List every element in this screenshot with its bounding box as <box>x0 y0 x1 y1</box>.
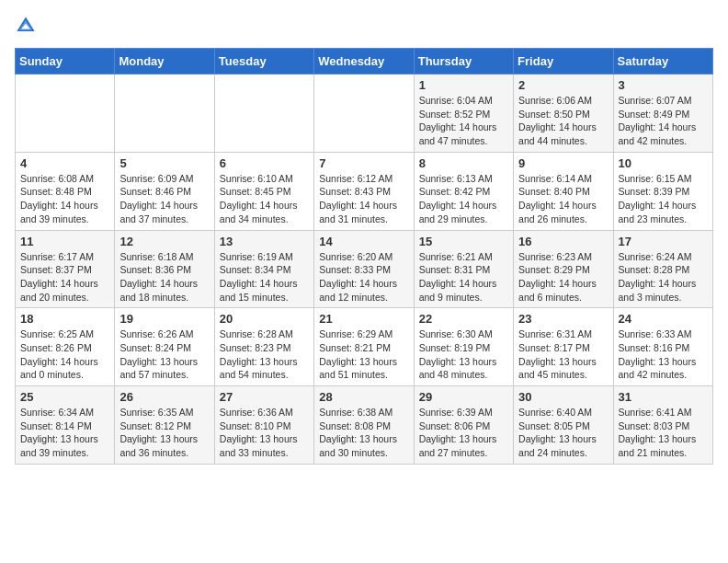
day-number: 20 <box>220 312 309 326</box>
day-info: Sunrise: 6:26 AMSunset: 8:24 PMDaylight:… <box>119 327 209 382</box>
calendar-cell: 25Sunrise: 6:34 AMSunset: 8:14 PMDayligh… <box>16 386 115 465</box>
calendar-cell: 11Sunrise: 6:17 AMSunset: 8:37 PMDayligh… <box>16 230 115 308</box>
day-info: Sunrise: 6:41 AMSunset: 8:03 PMDaylight:… <box>619 406 708 460</box>
day-header-tuesday: Tuesday <box>214 49 313 75</box>
day-number: 12 <box>119 235 209 248</box>
day-info: Sunrise: 6:35 AMSunset: 8:12 PMDaylight:… <box>119 406 209 460</box>
calendar-cell: 5Sunrise: 6:09 AMSunset: 8:46 PMDaylight… <box>115 152 214 230</box>
calendar-cell <box>314 75 414 153</box>
day-info: Sunrise: 6:13 AMSunset: 8:42 PMDaylight:… <box>419 172 508 226</box>
day-number: 13 <box>220 235 309 248</box>
calendar-cell: 19Sunrise: 6:26 AMSunset: 8:24 PMDayligh… <box>115 308 214 386</box>
day-info: Sunrise: 6:30 AMSunset: 8:19 PMDaylight:… <box>419 327 508 382</box>
day-number: 11 <box>20 235 109 248</box>
day-info: Sunrise: 6:07 AMSunset: 8:49 PMDaylight:… <box>619 94 708 148</box>
calendar-cell: 22Sunrise: 6:30 AMSunset: 8:19 PMDayligh… <box>414 308 513 386</box>
calendar-week-5: 25Sunrise: 6:34 AMSunset: 8:14 PMDayligh… <box>16 386 713 465</box>
calendar-cell: 24Sunrise: 6:33 AMSunset: 8:16 PMDayligh… <box>613 308 712 386</box>
day-info: Sunrise: 6:04 AMSunset: 8:52 PMDaylight:… <box>419 94 508 148</box>
calendar-table: SundayMondayTuesdayWednesdayThursdayFrid… <box>15 48 713 465</box>
calendar-cell: 29Sunrise: 6:39 AMSunset: 8:06 PMDayligh… <box>414 386 513 465</box>
day-number: 14 <box>319 235 408 248</box>
day-info: Sunrise: 6:19 AMSunset: 8:34 PMDaylight:… <box>220 250 309 304</box>
day-info: Sunrise: 6:40 AMSunset: 8:05 PMDaylight:… <box>518 406 608 460</box>
calendar-cell: 21Sunrise: 6:29 AMSunset: 8:21 PMDayligh… <box>314 308 414 386</box>
day-number: 9 <box>518 156 608 170</box>
day-info: Sunrise: 6:10 AMSunset: 8:45 PMDaylight:… <box>220 172 309 226</box>
calendar-cell <box>16 75 115 153</box>
day-number: 16 <box>518 235 608 248</box>
day-info: Sunrise: 6:33 AMSunset: 8:16 PMDaylight:… <box>619 327 708 382</box>
day-number: 8 <box>419 156 508 170</box>
day-number: 7 <box>319 156 408 170</box>
calendar-cell: 28Sunrise: 6:38 AMSunset: 8:08 PMDayligh… <box>314 386 414 465</box>
day-header-friday: Friday <box>514 49 613 75</box>
calendar-week-2: 4Sunrise: 6:08 AMSunset: 8:48 PMDaylight… <box>16 152 713 230</box>
day-number: 19 <box>119 312 209 326</box>
day-number: 27 <box>220 390 309 404</box>
calendar-cell: 16Sunrise: 6:23 AMSunset: 8:29 PMDayligh… <box>514 230 613 308</box>
day-info: Sunrise: 6:09 AMSunset: 8:46 PMDaylight:… <box>119 172 209 226</box>
calendar-cell: 10Sunrise: 6:15 AMSunset: 8:39 PMDayligh… <box>613 152 712 230</box>
calendar-week-4: 18Sunrise: 6:25 AMSunset: 8:26 PMDayligh… <box>16 308 713 386</box>
day-info: Sunrise: 6:17 AMSunset: 8:37 PMDaylight:… <box>20 250 109 304</box>
day-number: 15 <box>419 235 508 248</box>
calendar-cell: 1Sunrise: 6:04 AMSunset: 8:52 PMDaylight… <box>414 75 513 153</box>
day-info: Sunrise: 6:36 AMSunset: 8:10 PMDaylight:… <box>220 406 309 460</box>
day-info: Sunrise: 6:23 AMSunset: 8:29 PMDaylight:… <box>518 250 608 304</box>
day-info: Sunrise: 6:08 AMSunset: 8:48 PMDaylight:… <box>20 172 109 226</box>
day-info: Sunrise: 6:12 AMSunset: 8:43 PMDaylight:… <box>319 172 408 226</box>
day-number: 31 <box>619 390 708 404</box>
calendar-cell: 30Sunrise: 6:40 AMSunset: 8:05 PMDayligh… <box>514 386 613 465</box>
calendar-cell: 15Sunrise: 6:21 AMSunset: 8:31 PMDayligh… <box>414 230 513 308</box>
day-info: Sunrise: 6:18 AMSunset: 8:36 PMDaylight:… <box>119 250 209 304</box>
calendar-week-1: 1Sunrise: 6:04 AMSunset: 8:52 PMDaylight… <box>16 75 713 153</box>
day-info: Sunrise: 6:14 AMSunset: 8:40 PMDaylight:… <box>518 172 608 226</box>
day-info: Sunrise: 6:24 AMSunset: 8:28 PMDaylight:… <box>619 250 708 304</box>
calendar-cell: 9Sunrise: 6:14 AMSunset: 8:40 PMDaylight… <box>514 152 613 230</box>
day-header-monday: Monday <box>115 49 214 75</box>
day-number: 2 <box>518 78 608 92</box>
calendar-cell <box>115 75 214 153</box>
calendar-cell: 27Sunrise: 6:36 AMSunset: 8:10 PMDayligh… <box>214 386 313 465</box>
day-info: Sunrise: 6:21 AMSunset: 8:31 PMDaylight:… <box>419 250 508 304</box>
calendar-cell: 6Sunrise: 6:10 AMSunset: 8:45 PMDaylight… <box>214 152 313 230</box>
day-number: 3 <box>619 78 708 92</box>
day-number: 26 <box>119 390 209 404</box>
calendar-cell: 8Sunrise: 6:13 AMSunset: 8:42 PMDaylight… <box>414 152 513 230</box>
calendar-cell <box>214 75 313 153</box>
calendar-cell: 18Sunrise: 6:25 AMSunset: 8:26 PMDayligh… <box>16 308 115 386</box>
logo <box>15 15 40 37</box>
day-info: Sunrise: 6:15 AMSunset: 8:39 PMDaylight:… <box>619 172 708 226</box>
day-header-thursday: Thursday <box>414 49 513 75</box>
day-header-sunday: Sunday <box>16 49 115 75</box>
days-of-week-row: SundayMondayTuesdayWednesdayThursdayFrid… <box>16 49 713 75</box>
day-number: 25 <box>20 390 109 404</box>
day-info: Sunrise: 6:31 AMSunset: 8:17 PMDaylight:… <box>518 327 608 382</box>
calendar-cell: 31Sunrise: 6:41 AMSunset: 8:03 PMDayligh… <box>613 386 712 465</box>
calendar-header: SundayMondayTuesdayWednesdayThursdayFrid… <box>16 49 713 75</box>
day-number: 5 <box>119 156 209 170</box>
day-number: 10 <box>619 156 708 170</box>
day-number: 29 <box>419 390 508 404</box>
day-info: Sunrise: 6:39 AMSunset: 8:06 PMDaylight:… <box>419 406 508 460</box>
day-header-saturday: Saturday <box>613 49 712 75</box>
calendar-cell: 14Sunrise: 6:20 AMSunset: 8:33 PMDayligh… <box>314 230 414 308</box>
day-number: 4 <box>20 156 109 170</box>
calendar-cell: 20Sunrise: 6:28 AMSunset: 8:23 PMDayligh… <box>214 308 313 386</box>
day-info: Sunrise: 6:38 AMSunset: 8:08 PMDaylight:… <box>319 406 408 460</box>
calendar-week-3: 11Sunrise: 6:17 AMSunset: 8:37 PMDayligh… <box>16 230 713 308</box>
header <box>15 15 713 37</box>
logo-icon <box>15 15 37 37</box>
calendar-cell: 12Sunrise: 6:18 AMSunset: 8:36 PMDayligh… <box>115 230 214 308</box>
calendar-cell: 4Sunrise: 6:08 AMSunset: 8:48 PMDaylight… <box>16 152 115 230</box>
calendar-cell: 2Sunrise: 6:06 AMSunset: 8:50 PMDaylight… <box>514 75 613 153</box>
day-number: 23 <box>518 312 608 326</box>
calendar-cell: 7Sunrise: 6:12 AMSunset: 8:43 PMDaylight… <box>314 152 414 230</box>
calendar-cell: 17Sunrise: 6:24 AMSunset: 8:28 PMDayligh… <box>613 230 712 308</box>
day-header-wednesday: Wednesday <box>314 49 414 75</box>
calendar-cell: 3Sunrise: 6:07 AMSunset: 8:49 PMDaylight… <box>613 75 712 153</box>
day-number: 24 <box>619 312 708 326</box>
day-number: 30 <box>518 390 608 404</box>
day-info: Sunrise: 6:20 AMSunset: 8:33 PMDaylight:… <box>319 250 408 304</box>
